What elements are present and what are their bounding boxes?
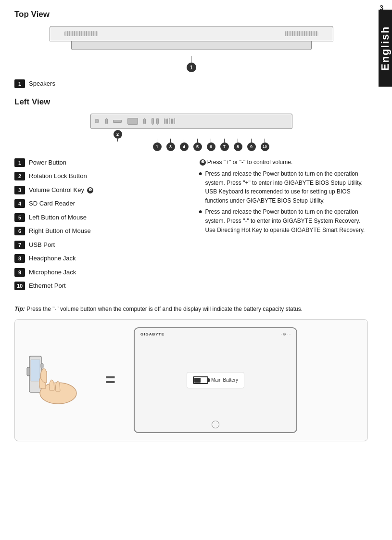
left-view-title: Left View <box>14 97 368 107</box>
list-item: 4 SD Card Reader <box>14 199 184 208</box>
item-num-rotation: 2 <box>14 172 25 180</box>
item-num-usb: 7 <box>14 241 25 249</box>
tip-section: Tip: Press the "-" volume button when th… <box>14 305 368 313</box>
item-label-headphone: Headphone Jack <box>29 254 76 263</box>
tablet-screen: GIGABYTE · ⊙ · · Main Battery <box>134 327 297 433</box>
p3 <box>169 118 170 124</box>
item-label-volume: Volume Control Key ❸ <box>29 185 93 195</box>
item-num-lmouse: 5 <box>14 213 25 222</box>
item-label-lmouse: Left Button of Mouse <box>29 213 87 222</box>
mic-port-icon <box>156 118 159 125</box>
bullet-dot-1: ● <box>199 170 203 177</box>
battery-icon <box>193 376 208 384</box>
language-label: English <box>379 10 392 87</box>
svg-rect-3 <box>41 363 43 368</box>
battery-fill <box>194 378 201 383</box>
label-num-6: 6 <box>207 142 215 151</box>
equals-sign: = <box>105 370 115 390</box>
left-view-diagram: 2 1 3 4 <box>14 114 368 151</box>
items-left-col: 1 Power Button 2 Rotation Lock Button 3 … <box>14 158 184 293</box>
tip-text: Press the "-" volume button when the com… <box>26 306 303 312</box>
item-label-speakers: Speakers <box>29 79 55 89</box>
list-item: 1 Speakers <box>14 79 368 89</box>
p5 <box>174 118 175 124</box>
p1 <box>164 118 165 124</box>
item-label-rotation: Rotation Lock Button <box>29 171 87 181</box>
svg-rect-2 <box>31 360 40 381</box>
item-num-rmouse: 6 <box>14 227 25 235</box>
top-view-title: Top View <box>14 10 368 19</box>
bottom-bar <box>71 41 312 50</box>
label-num-7: 7 <box>220 142 229 151</box>
hand-device-illustration <box>25 354 87 407</box>
label-num-5: 5 <box>193 142 202 151</box>
volume-port <box>113 120 122 123</box>
bullet-text-1: Press and release the Power button to tu… <box>205 169 368 205</box>
item-label-usb: USB Port <box>29 240 55 250</box>
item-num-sd: 4 <box>14 199 25 208</box>
device-body <box>90 114 292 129</box>
label-num-3: 3 <box>166 142 175 151</box>
label-num-8: 8 <box>234 142 242 151</box>
label-num-2: 2 <box>114 130 122 139</box>
top-bar <box>50 26 333 41</box>
headphone-port-icon <box>152 118 154 125</box>
item-num-ethernet: 10 <box>14 282 25 290</box>
sup-3: ❸ <box>87 187 93 193</box>
bullet-2: ● Press and release the Power button to … <box>199 207 368 234</box>
item-label-ethernet: Ethernet Port <box>29 281 66 291</box>
note-col: ❸ Press "+" or "-" to control volume. ● … <box>199 158 368 293</box>
left-speaker-grill <box>64 31 98 36</box>
list-item: 5 Left Button of Mouse <box>14 213 184 222</box>
item-label-mic: Microphone Jack <box>29 268 76 277</box>
sd-port <box>127 118 138 125</box>
list-item: 10 Ethernet Port <box>14 281 184 291</box>
label-num-10: 10 <box>261 142 269 151</box>
item-num-power: 1 <box>14 158 25 167</box>
tablet-home-button <box>212 421 219 428</box>
list-item: 7 USB Port <box>14 240 184 250</box>
battery-indicator: Main Battery <box>187 372 244 388</box>
note-title: ❸ Press "+" or "-" to control volume. <box>199 158 368 167</box>
item-label-power: Power Button <box>29 158 66 167</box>
power-port <box>95 119 99 123</box>
mouse-left-port <box>143 118 146 124</box>
list-item: 9 Microphone Jack <box>14 268 184 277</box>
item-num-1: 1 <box>14 79 25 88</box>
label-num-1: 1 <box>153 142 162 151</box>
svg-rect-1 <box>27 367 30 376</box>
bullet-1: ● Press and release the Power button to … <box>199 169 368 205</box>
battery-label: Main Battery <box>211 377 238 383</box>
label-num-4: 4 <box>180 142 189 151</box>
item-num-headphone: 8 <box>14 254 25 263</box>
list-item: 8 Headphone Jack <box>14 254 184 263</box>
list-item: 6 Right Button of Mouse <box>14 226 184 236</box>
bottom-illustration: = GIGABYTE · ⊙ · · Main Battery <box>14 319 368 441</box>
lock-port <box>105 118 108 124</box>
list-item: 2 Rotation Lock Button <box>14 171 184 181</box>
label-num-9: 9 <box>247 142 256 151</box>
list-item: 1 Power Button <box>14 158 184 167</box>
tablet-brand: GIGABYTE <box>140 332 164 336</box>
p4 <box>171 118 173 124</box>
bullet-text-2: Press and release the Power button to tu… <box>205 207 368 234</box>
top-diagram-label-1: 1 <box>187 63 196 72</box>
item-label-sd: SD Card Reader <box>29 199 75 208</box>
item-num-volume: 3 <box>14 186 25 194</box>
top-view-diagram: 1 <box>14 26 368 74</box>
list-item: 3 Volume Control Key ❸ <box>14 185 184 195</box>
item-num-mic: 9 <box>14 268 25 277</box>
item-label-rmouse: Right Button of Mouse <box>29 226 91 236</box>
tip-label: Tip: <box>14 306 25 312</box>
bullet-dot-2: ● <box>199 208 203 215</box>
note-sup: ❸ <box>200 159 206 166</box>
tablet-status-icons: · ⊙ · · <box>281 332 291 336</box>
p2 <box>166 118 168 124</box>
tablet-header: GIGABYTE · ⊙ · · <box>135 332 296 336</box>
right-speaker-grill <box>285 31 318 36</box>
